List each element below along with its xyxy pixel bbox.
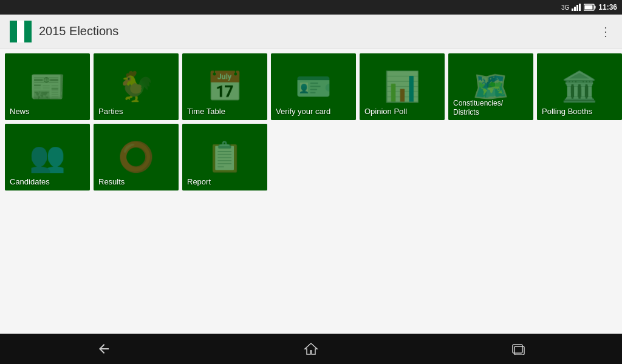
tile-candidates-label: Candidates [5, 174, 55, 190]
status-icons: 3G 11:36 [561, 3, 617, 12]
opinion-icon: 📊 [384, 72, 420, 101]
svg-rect-5 [595, 6, 596, 9]
tile-polling-label: Polling Booths [537, 103, 597, 120]
polling-icon: 🏛️ [561, 72, 598, 101]
battery-icon [584, 4, 596, 11]
back-button[interactable] [86, 337, 122, 361]
recent-icon [511, 343, 525, 355]
tile-verify[interactable]: 🪪 Verify your card [271, 53, 356, 120]
candidates-icon: 👥 [29, 143, 66, 172]
verify-icon: 🪪 [295, 72, 332, 101]
svg-rect-3 [579, 4, 581, 11]
overflow-menu-button[interactable]: ⋮ [600, 24, 612, 39]
svg-rect-6 [585, 5, 593, 10]
home-icon [304, 342, 318, 356]
tile-news[interactable]: 📰 News [5, 53, 90, 120]
home-button[interactable] [293, 337, 329, 361]
status-bar: 3G 11:36 [0, 0, 622, 15]
tile-row-1: 📰 News 🐓 Parties 📅 Time Table 🪪 [5, 53, 617, 120]
back-icon [97, 342, 111, 356]
tile-results[interactable]: ⭕ Results [94, 124, 179, 190]
tile-constituencies-label: Constituencies/Districts [448, 95, 508, 120]
recent-button[interactable] [500, 337, 536, 361]
tile-parties-label: Parties [94, 103, 128, 120]
svg-rect-2 [576, 5, 578, 11]
tile-verify-label: Verify your card [271, 103, 335, 120]
tile-row-2: 👥 Candidates ⭕ Results 📋 Report [5, 124, 617, 190]
tile-report-label: Report [182, 174, 216, 190]
main-content: 📰 News 🐓 Parties 📅 Time Table 🪪 [0, 49, 622, 334]
bottom-nav [0, 334, 622, 364]
app-title: 2015 Elections [39, 24, 118, 38]
signal-icon [572, 4, 581, 11]
tile-grid: 📰 News 🐓 Parties 📅 Time Table 🪪 [5, 53, 617, 190]
time-display: 11:36 [598, 3, 617, 12]
app-bar: 2015 Elections ⋮ [0, 15, 622, 49]
results-icon: ⭕ [118, 143, 154, 172]
app-bar-left: 2015 Elections [10, 21, 118, 42]
tile-news-label: News [5, 103, 35, 120]
tile-opinion[interactable]: 📊 Opinion Poll [360, 53, 445, 120]
tile-candidates[interactable]: 👥 Candidates [5, 124, 90, 190]
tile-report[interactable]: 📋 Report [182, 124, 267, 190]
svg-rect-0 [572, 8, 573, 11]
parties-icon: 🐓 [118, 72, 154, 101]
tile-timetable-label: Time Table [182, 103, 230, 120]
tile-parties[interactable]: 🐓 Parties [94, 53, 179, 120]
tile-timetable[interactable]: 📅 Time Table [182, 53, 267, 120]
app-logo [10, 21, 32, 42]
tile-opinion-label: Opinion Poll [360, 103, 412, 120]
tile-constituencies[interactable]: 🗺️ Constituencies/Districts [448, 53, 533, 120]
tile-polling[interactable]: 🏛️ Polling Booths [537, 53, 622, 120]
network-indicator: 3G [561, 4, 569, 11]
tile-results-label: Results [94, 174, 129, 190]
svg-rect-1 [574, 7, 576, 11]
timetable-icon: 📅 [207, 72, 243, 101]
news-icon: 📰 [29, 72, 66, 101]
report-icon: 📋 [207, 143, 243, 172]
